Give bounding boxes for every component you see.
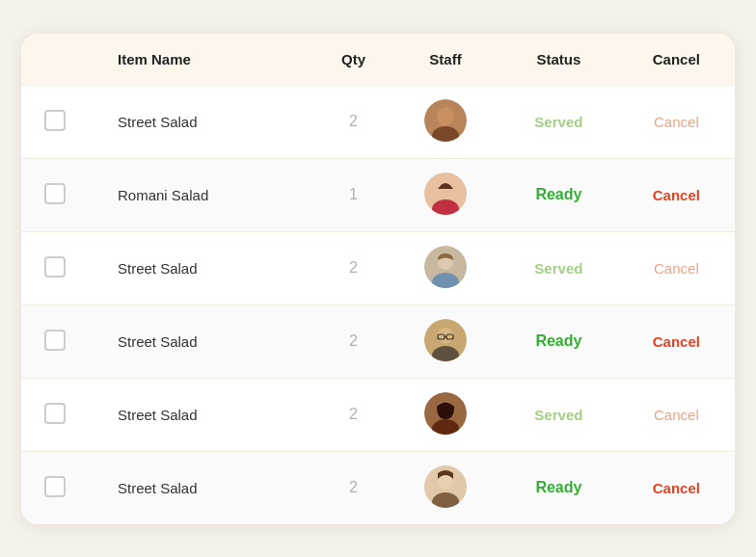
qty-cell: 2 xyxy=(315,305,392,378)
cancel-button[interactable]: Cancel xyxy=(654,260,699,277)
check-cell xyxy=(21,378,89,451)
col-header-status: Status xyxy=(500,34,618,86)
status-badge: Served xyxy=(534,260,582,277)
table-row: Street Salad 2 Served Cancel xyxy=(21,85,735,158)
status-badge: Ready xyxy=(535,479,581,495)
col-header-staff: Staff xyxy=(392,34,500,86)
status-badge: Served xyxy=(534,407,582,423)
row-checkbox[interactable] xyxy=(44,110,66,131)
staff-cell xyxy=(392,378,500,451)
status-badge: Ready xyxy=(535,332,581,349)
order-table-container: Item Name Qty Staff Status Cancel Street… xyxy=(21,34,735,524)
staff-cell xyxy=(392,451,500,524)
row-checkbox[interactable] xyxy=(44,330,66,351)
cancel-cell[interactable]: Cancel xyxy=(618,158,735,231)
row-checkbox[interactable] xyxy=(44,183,66,204)
qty-cell: 2 xyxy=(315,378,392,451)
qty-cell: 1 xyxy=(315,158,392,231)
staff-avatar xyxy=(424,319,467,361)
status-cell: Served xyxy=(500,85,618,158)
item-name-cell: Street Salad xyxy=(89,231,315,305)
status-cell: Ready xyxy=(500,305,618,378)
table-row: Street Salad 2 Served Cancel xyxy=(21,231,735,305)
cancel-cell[interactable]: Cancel xyxy=(618,451,735,524)
staff-cell xyxy=(392,305,500,378)
status-badge: Ready xyxy=(535,186,581,202)
table-row: Street Salad 2 Ready Cancel xyxy=(21,451,735,524)
item-name-cell: Street Salad xyxy=(89,305,315,378)
check-cell xyxy=(21,305,89,378)
staff-cell xyxy=(392,231,500,305)
status-cell: Ready xyxy=(500,158,618,231)
status-cell: Served xyxy=(500,231,618,305)
cancel-cell[interactable]: Cancel xyxy=(618,305,735,378)
table-row: Street Salad 2 Ready Cancel xyxy=(21,305,735,378)
table-header-row: Item Name Qty Staff Status Cancel xyxy=(21,34,735,86)
check-cell xyxy=(21,158,89,231)
status-cell: Ready xyxy=(500,451,618,524)
cancel-cell[interactable]: Cancel xyxy=(618,85,735,158)
row-checkbox[interactable] xyxy=(44,403,66,424)
item-name-cell: Street Salad xyxy=(89,378,315,451)
staff-avatar xyxy=(424,246,467,288)
orders-table: Item Name Qty Staff Status Cancel Street… xyxy=(21,34,735,524)
col-header-qty: Qty xyxy=(315,34,392,86)
qty-cell: 2 xyxy=(315,451,392,524)
staff-avatar xyxy=(424,172,467,215)
item-name-cell: Street Salad xyxy=(89,451,315,524)
status-cell: Served xyxy=(500,378,618,451)
qty-cell: 2 xyxy=(315,231,392,305)
svg-point-3 xyxy=(438,108,453,123)
qty-cell: 2 xyxy=(315,85,392,158)
cancel-button[interactable]: Cancel xyxy=(653,187,700,203)
check-cell xyxy=(21,451,89,524)
check-cell xyxy=(21,231,89,305)
cancel-button[interactable]: Cancel xyxy=(654,114,699,130)
cancel-button[interactable]: Cancel xyxy=(653,333,700,350)
row-checkbox[interactable] xyxy=(44,476,66,497)
cancel-cell[interactable]: Cancel xyxy=(618,231,735,305)
table-row: Romani Salad 1 Ready Cancel xyxy=(21,158,735,231)
cancel-button[interactable]: Cancel xyxy=(654,407,699,423)
row-checkbox[interactable] xyxy=(44,256,66,278)
item-name-cell: Romani Salad xyxy=(89,158,315,231)
staff-avatar xyxy=(424,99,467,142)
staff-avatar xyxy=(424,392,467,435)
table-row: Street Salad 2 Served Cancel xyxy=(21,378,735,451)
svg-point-11 xyxy=(438,328,453,343)
col-header-check xyxy=(21,34,89,86)
check-cell xyxy=(21,85,89,158)
status-badge: Served xyxy=(534,114,582,130)
staff-cell xyxy=(392,158,500,231)
cancel-button[interactable]: Cancel xyxy=(653,480,700,496)
item-name-cell: Street Salad xyxy=(89,85,315,158)
col-header-item-name: Item Name xyxy=(89,34,315,86)
cancel-cell[interactable]: Cancel xyxy=(618,378,735,451)
staff-cell xyxy=(392,85,500,158)
col-header-cancel: Cancel xyxy=(618,34,735,86)
staff-avatar xyxy=(424,465,467,508)
